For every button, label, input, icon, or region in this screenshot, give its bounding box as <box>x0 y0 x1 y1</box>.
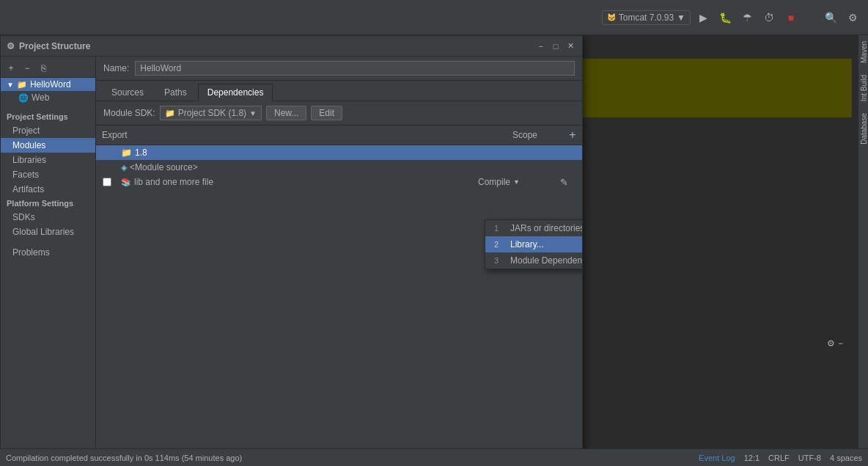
encoding[interactable]: UTF-8 <box>798 454 821 462</box>
dialog-titlebar: ⚙ Project Structure − □ ✕ <box>1 36 582 57</box>
tab-paths[interactable]: Paths <box>155 84 196 101</box>
sidebar-item-problems[interactable]: Problems <box>1 245 95 260</box>
debug-btn[interactable]: 🐛 <box>716 8 735 27</box>
name-row: Name: <box>96 57 582 81</box>
editor-actions: ⚙ − <box>827 338 843 349</box>
dialog-title: ⚙ Project Structure <box>7 41 90 51</box>
sidebar-item-project[interactable]: Project <box>1 123 95 138</box>
sdk-row: Module SDK: 📁 Project SDK (1.8) ▼ New...… <box>96 101 582 125</box>
line-ending[interactable]: CRLF <box>768 454 790 462</box>
remove-module-btn[interactable]: − <box>20 61 34 76</box>
name-input[interactable] <box>135 61 575 76</box>
project-structure-dialog: ⚙ Project Structure − □ ✕ + − ⎘ <box>0 35 583 466</box>
cursor-position: 12:1 <box>744 454 760 462</box>
run-btn[interactable]: ▶ <box>694 8 713 27</box>
cell-name-2: ◈ <Module source> <box>118 161 472 174</box>
cell-name-1: 📁 1.8 <box>118 146 472 159</box>
sidebar-item-facets[interactable]: Facets <box>1 167 95 182</box>
module-icon: 📁 <box>17 80 27 90</box>
export-checkbox-3[interactable] <box>103 178 111 186</box>
cell-export-3 <box>96 178 118 186</box>
edit-row-btn[interactable]: ✎ <box>560 177 568 188</box>
cell-scope-1 <box>472 151 560 154</box>
sidebar-toolbar: + − ⎘ <box>1 59 95 78</box>
profile-btn[interactable]: ⏱ <box>760 8 779 27</box>
jdk-icon: 📁 <box>121 148 132 158</box>
sdk-new-btn[interactable]: New... <box>266 106 306 120</box>
indent[interactable]: 4 spaces <box>830 454 862 462</box>
copy-module-btn[interactable]: ⎘ <box>36 61 51 76</box>
sidebar-item-libraries[interactable]: Libraries <box>1 153 95 167</box>
maximize-btn[interactable]: □ <box>550 40 562 52</box>
menu-item-jars[interactable]: 1 JARs or directories... <box>485 220 582 236</box>
search-toolbar-btn[interactable]: 🔍 <box>821 8 840 27</box>
cell-name-3: 📚 lib and one more file <box>118 175 472 189</box>
col-scope-header: Scope <box>507 128 563 142</box>
table-row[interactable]: ◈ <Module source> <box>96 160 582 175</box>
tree-item-web[interactable]: 🌐 Web <box>1 91 95 104</box>
stop-btn[interactable]: ■ <box>781 8 801 27</box>
top-toolbar: 🐱 Tomcat 7.0.93 ▼ ▶ 🐛 ☂ ⏱ ■ 🔍 ⚙ <box>0 0 868 35</box>
col-export-header: Export <box>96 128 507 142</box>
settings-toolbar-btn[interactable]: ⚙ <box>843 8 862 27</box>
folder-sdk-icon: 📁 <box>165 109 175 118</box>
add-btn-icon[interactable]: + <box>564 127 581 143</box>
menu-item-module-dep[interactable]: 3 Module Dependency... <box>485 252 582 269</box>
minus-icon[interactable]: − <box>838 338 843 349</box>
coverage-btn[interactable]: ☂ <box>738 8 757 27</box>
status-message: Compilation completed successfully in 0s… <box>6 454 242 462</box>
table-row[interactable]: 📁 1.8 <box>96 145 582 160</box>
cell-scope-3[interactable]: Compile ▼ <box>472 175 560 189</box>
cell-scope-2 <box>472 166 560 169</box>
dependencies-table: Export Scope + 📁 <box>96 125 582 449</box>
project-sidebar: + − ⎘ ▼ 📁 HelloWord 🌐 Web <box>1 57 96 466</box>
settings-icon: ⚙ <box>7 41 15 51</box>
gear-icon[interactable]: ⚙ <box>827 338 835 349</box>
dialog-controls: − □ ✕ <box>535 40 576 52</box>
expand-icon: ▼ <box>7 81 14 89</box>
sidebar-item-global-libraries[interactable]: Global Libraries <box>1 225 95 239</box>
name-label: Name: <box>103 63 129 73</box>
minimize-btn[interactable]: − <box>535 40 547 52</box>
database-panel-tab[interactable]: Database <box>858 107 868 150</box>
add-dependency-btn[interactable]: + <box>563 127 582 143</box>
menu-item-library[interactable]: 2 Library... <box>485 236 582 252</box>
right-panel: Name: Sources Paths Dependencies Module … <box>96 57 582 466</box>
dialog-body: + − ⎘ ▼ 📁 HelloWord 🌐 Web <box>1 57 582 466</box>
table-header: Export Scope + <box>96 125 582 145</box>
sidebar-item-sdks[interactable]: SDKs <box>1 210 95 225</box>
side-panels: Maven Int Build Database <box>858 35 868 466</box>
maven-panel-tab[interactable]: Maven <box>858 35 868 69</box>
tomcat-selector[interactable]: 🐱 Tomcat 7.0.93 ▼ <box>602 10 691 25</box>
dialog-title-area <box>6 0 292 34</box>
project-settings-header: Project Settings <box>1 110 95 123</box>
sidebar-item-modules[interactable]: Modules <box>1 138 95 153</box>
sdk-select[interactable]: 📁 Project SDK (1.8) ▼ <box>160 106 262 120</box>
status-bar: Compilation completed successfully in 0s… <box>0 448 868 466</box>
table-row[interactable]: 📚 lib and one more file Compile ▼ ✎ <box>96 175 582 189</box>
sdk-edit-btn[interactable]: Edit <box>311 106 342 120</box>
web-icon: 🌐 <box>18 93 29 103</box>
status-right: Event Log 12:1 CRLF UTF-8 4 spaces <box>699 454 862 462</box>
int-build-panel-tab[interactable]: Int Build <box>858 69 868 107</box>
sidebar-item-artifacts[interactable]: Artifacts <box>1 182 95 197</box>
add-dependency-menu: 1 JARs or directories... 2 Library... 3 … <box>485 219 582 269</box>
event-log-link[interactable]: Event Log <box>699 454 735 462</box>
lib-icon: 📚 <box>121 178 131 187</box>
tab-sources[interactable]: Sources <box>102 84 153 101</box>
tab-dependencies[interactable]: Dependencies <box>198 84 273 101</box>
close-btn[interactable]: ✕ <box>564 40 576 52</box>
scope-dropdown-arrow: ▼ <box>513 178 520 186</box>
tabs-row: Sources Paths Dependencies <box>96 81 582 101</box>
table-body: 📁 1.8 ◈ <Modul <box>96 145 582 449</box>
platform-settings-header: Platform Settings <box>1 197 95 210</box>
tree-item-helloword[interactable]: ▼ 📁 HelloWord <box>1 78 95 91</box>
source-icon: ◈ <box>121 163 127 172</box>
sdk-dropdown-arrow: ▼ <box>249 109 257 117</box>
cell-actions-3: ✎ <box>560 177 582 188</box>
sdk-label: Module SDK: <box>103 108 155 118</box>
add-module-btn[interactable]: + <box>4 61 18 76</box>
